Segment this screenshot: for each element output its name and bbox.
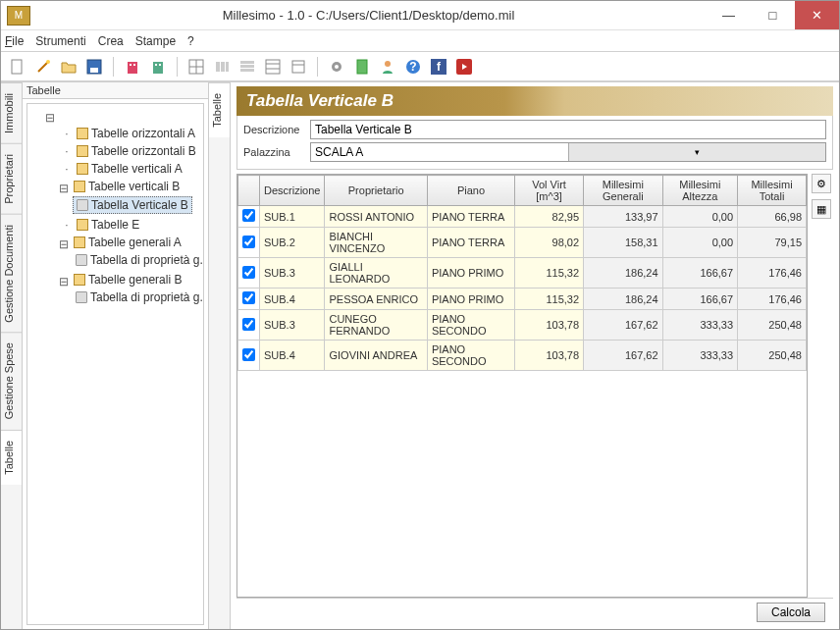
cell-ma[interactable]: 333,33 (662, 341, 737, 371)
tree-node[interactable]: Tabelle generali A (71, 235, 184, 250)
cell-desc[interactable]: SUB.4 (260, 289, 325, 310)
cell-mt[interactable]: 176,46 (738, 258, 807, 289)
cell-ma[interactable]: 333,33 (662, 310, 737, 341)
cell-mg[interactable]: 158,31 (584, 228, 663, 258)
cell-prop[interactable]: PESSOA ENRICO (325, 289, 427, 310)
cell-mg[interactable]: 167,62 (584, 310, 663, 341)
cell-piano[interactable]: PIANO SECONDO (427, 341, 514, 371)
table-row[interactable]: SUB.4PESSOA ENRICOPIANO PRIMO115,32186,2… (238, 289, 807, 310)
col-descrizione[interactable]: Descrizione (260, 176, 325, 206)
cell-mt[interactable]: 250,48 (738, 341, 807, 371)
col-vol[interactable]: Vol Virt [m^3] (515, 176, 584, 206)
tree-node[interactable]: Tabella di proprietà g... (73, 289, 204, 305)
user-icon[interactable] (377, 56, 398, 78)
save-icon[interactable] (83, 56, 105, 78)
tree[interactable]: ⊟ ·Tabelle orizzontali A ·Tabelle orizzo… (26, 103, 204, 625)
menu-help[interactable]: ? (187, 34, 194, 48)
table-small-icon[interactable]: ▦ (812, 199, 831, 219)
cell-mg[interactable]: 186,24 (584, 258, 663, 289)
cell-piano[interactable]: PIANO PRIMO (427, 258, 514, 289)
row-checkbox[interactable] (242, 348, 255, 361)
maximize-button[interactable]: □ (751, 1, 795, 29)
cell-desc[interactable]: SUB.4 (260, 341, 325, 371)
cell-vol[interactable]: 115,32 (515, 258, 584, 289)
grid5-icon[interactable] (288, 56, 309, 78)
grid1-icon[interactable] (185, 56, 207, 78)
col-proprietario[interactable]: Proprietario (325, 176, 427, 206)
cell-ma[interactable]: 0,00 (662, 206, 737, 228)
menu-stampe[interactable]: Stampe (135, 34, 176, 48)
open-icon[interactable] (58, 56, 79, 78)
grid3-icon[interactable] (236, 56, 258, 78)
cell-prop[interactable]: BIANCHI VINCENZO (325, 228, 427, 258)
collapse-icon[interactable]: ⊟ (59, 182, 69, 195)
cell-prop[interactable]: ROSSI ANTONIO (325, 206, 427, 228)
collapse-icon[interactable]: ⊟ (59, 275, 69, 289)
cell-desc[interactable]: SUB.1 (260, 206, 325, 228)
cell-vol[interactable]: 115,32 (515, 289, 584, 310)
col-check[interactable] (238, 176, 260, 206)
tree-node[interactable]: ·Tabelle orizzontali B (59, 143, 199, 159)
table-row[interactable]: SUB.4GIOVINI ANDREAPIANO SECONDO103,7816… (238, 341, 807, 371)
tab-immobili[interactable]: Immobili (1, 82, 22, 143)
tree-node[interactable]: Tabelle generali B (71, 272, 184, 288)
cell-mt[interactable]: 250,48 (738, 310, 807, 341)
minimize-button[interactable]: — (707, 1, 751, 29)
table-row[interactable]: SUB.3GIALLI LEONARDOPIANO PRIMO115,32186… (238, 258, 807, 289)
tree-node[interactable]: ·Tabelle orizzontali A (59, 126, 198, 141)
data-grid[interactable]: Descrizione Proprietario Piano Vol Virt … (236, 174, 808, 598)
menu-file[interactable]: File (5, 34, 24, 48)
cell-prop[interactable]: CUNEGO FERNANDO (325, 310, 427, 341)
table-row[interactable]: SUB.2BIANCHI VINCENZOPIANO TERRA98,02158… (238, 228, 807, 258)
cell-ma[interactable]: 0,00 (662, 228, 737, 258)
cell-mt[interactable]: 176,46 (738, 289, 807, 310)
tree-node[interactable]: Tabelle verticali B (71, 179, 183, 194)
facebook-icon[interactable]: f (428, 56, 449, 78)
cell-ma[interactable]: 166,67 (662, 258, 737, 289)
cell-mg[interactable]: 186,24 (584, 289, 663, 310)
expand-icon[interactable]: ⊟ (45, 111, 55, 125)
cell-prop[interactable]: GIALLI LEONARDO (325, 258, 427, 289)
cell-piano[interactable]: PIANO TERRA (427, 228, 514, 258)
cell-vol[interactable]: 103,78 (515, 310, 584, 341)
youtube-icon[interactable] (453, 56, 475, 78)
cell-mg[interactable]: 167,62 (584, 341, 663, 371)
calcola-button[interactable]: Calcola (757, 603, 825, 622)
cell-mg[interactable]: 133,97 (584, 206, 663, 228)
menu-strumenti[interactable]: Strumenti (35, 34, 85, 48)
table-row[interactable]: SUB.1ROSSI ANTONIOPIANO TERRA82,95133,97… (238, 206, 807, 228)
cell-desc[interactable]: SUB.2 (260, 228, 325, 258)
doc-green-icon[interactable] (351, 56, 373, 78)
row-checkbox[interactable] (242, 291, 255, 304)
building-red-icon[interactable] (122, 56, 143, 78)
tree-node[interactable]: ·Tabelle verticali A (59, 161, 185, 177)
cell-piano[interactable]: PIANO PRIMO (427, 289, 514, 310)
gear-icon[interactable] (326, 56, 347, 78)
grid2-icon[interactable] (211, 56, 233, 78)
cell-desc[interactable]: SUB.3 (260, 310, 325, 341)
chevron-down-icon[interactable]: ▾ (568, 143, 826, 161)
palazzina-select[interactable]: SCALA A ▾ (310, 142, 826, 162)
cell-mt[interactable]: 66,98 (738, 206, 807, 228)
col-piano[interactable]: Piano (427, 176, 514, 206)
new-icon[interactable] (7, 56, 28, 78)
building-green-icon[interactable] (147, 56, 169, 78)
tab-proprietari[interactable]: Proprietari (1, 143, 22, 214)
row-checkbox[interactable] (242, 236, 255, 248)
tree-node-selected[interactable]: Tabella Verticale B (73, 196, 192, 214)
cell-vol[interactable]: 98,02 (515, 228, 584, 258)
collapse-icon[interactable]: ⊟ (59, 237, 69, 251)
tree-node[interactable]: Tabella di proprietà g... (73, 252, 204, 268)
cell-prop[interactable]: GIOVINI ANDREA (325, 341, 427, 371)
col-mg[interactable]: Millesimi Generali (584, 176, 663, 206)
grid4-icon[interactable] (262, 56, 284, 78)
row-checkbox[interactable] (242, 318, 255, 331)
cell-mt[interactable]: 79,15 (738, 228, 807, 258)
col-ma[interactable]: Millesimi Altezza (662, 176, 737, 206)
cell-vol[interactable]: 82,95 (515, 206, 584, 228)
cell-piano[interactable]: PIANO SECONDO (427, 310, 514, 341)
cell-piano[interactable]: PIANO TERRA (427, 206, 514, 228)
col-mt[interactable]: Millesimi Totali (738, 176, 807, 206)
tree-node[interactable]: ·Tabelle E (59, 217, 142, 233)
tab-gestione-documenti[interactable]: Gestione Documenti (1, 214, 22, 333)
